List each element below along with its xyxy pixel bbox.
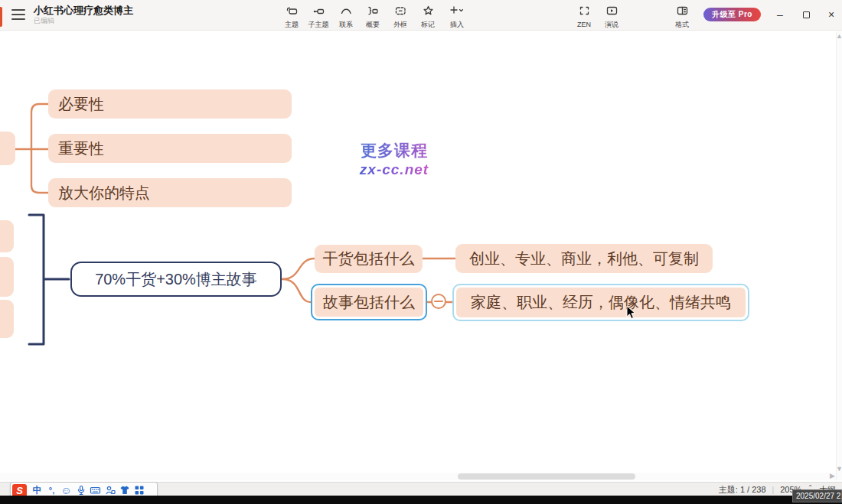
branch1-detail-node[interactable]: 创业、专业、商业，利他、可复制: [455, 244, 713, 273]
branch2-topic-text: 故事包括什么: [323, 292, 415, 313]
topic-text: 重要性: [58, 138, 104, 159]
statusbar-divider: |: [772, 486, 775, 494]
topic-icon: [286, 4, 299, 17]
topic-text: 放大你的特点: [58, 183, 150, 203]
vertical-scrollbar-track[interactable]: [836, 31, 842, 480]
branch2-detail-text: 家庭、职业、经历，偶像化、情绪共鸣: [471, 292, 731, 313]
document-title: 小红书心理疗愈类博主: [34, 5, 133, 16]
present-label: 演说: [605, 21, 618, 28]
branch1-topic-node[interactable]: 干货包括什么: [315, 245, 423, 273]
horizontal-scrollbar-track[interactable]: [0, 473, 836, 480]
topic-node[interactable]: 重要性: [48, 134, 292, 163]
date-tooltip: 2025/02/27 2: [792, 489, 842, 502]
subtopic-button[interactable]: 子主题: [305, 4, 332, 28]
format-button[interactable]: 格式: [668, 4, 696, 28]
summary-label: 概要: [366, 21, 380, 28]
document-meta: 小红书心理疗愈类博主 已编辑: [34, 5, 133, 25]
watermark-line2: zx-cc.net: [337, 161, 452, 178]
topic-label: 主题: [285, 21, 299, 28]
present-icon: [605, 4, 618, 17]
clipped-topic-stub[interactable]: [0, 220, 14, 252]
scroll-up-icon[interactable]: ▲: [836, 32, 842, 40]
topic-text: 必要性: [58, 94, 104, 115]
branch2-detail-node[interactable]: 家庭、职业、经历，偶像化、情绪共鸣: [452, 284, 749, 321]
boundary-icon: [394, 4, 407, 17]
mouse-cursor: [626, 305, 637, 320]
subtopic-icon: [312, 4, 325, 17]
insert-icon: [449, 4, 465, 17]
topic-count: 主题: 1 / 238: [719, 484, 766, 496]
collapse-toggle[interactable]: [432, 294, 445, 308]
insert-button[interactable]: 插入: [443, 4, 471, 28]
scroll-right-icon[interactable]: ▶: [830, 472, 835, 480]
upgrade-pro-button[interactable]: 升级至 Pro: [703, 8, 761, 21]
edge-accent: [0, 7, 2, 27]
document-status: 已编辑: [34, 16, 133, 25]
topic-node[interactable]: 必要性: [48, 89, 292, 119]
branch1-detail-text: 创业、专业、商业，利他、可复制: [469, 249, 699, 269]
minimize-button[interactable]: –: [769, 5, 791, 24]
watermark-line1: 更多课程: [337, 140, 452, 161]
marker-label: 标记: [421, 21, 435, 28]
relationship-button[interactable]: 联系: [332, 4, 360, 28]
boundary-label: 外框: [393, 21, 407, 28]
format-icon: [676, 4, 689, 17]
sogou-logo-icon[interactable]: S: [12, 484, 27, 497]
insert-label: 插入: [450, 21, 464, 28]
taskbar-edge: [0, 496, 842, 504]
branch2-topic-node[interactable]: 故事包括什么: [311, 284, 427, 320]
subtopic-label: 子主题: [308, 21, 329, 28]
maximize-button[interactable]: [795, 5, 817, 24]
title-bar: 小红书心理疗愈类博主 已编辑 主题 子主题 联系 概要: [0, 0, 842, 31]
format-label: 格式: [675, 21, 689, 28]
summary-icon: [366, 4, 380, 17]
maximize-icon: [803, 11, 810, 18]
zen-button[interactable]: ZEN: [570, 4, 598, 28]
watermark: 更多课程 zx-cc.net: [337, 140, 452, 178]
zen-label: ZEN: [577, 21, 591, 28]
branch1-topic-text: 干货包括什么: [323, 249, 415, 269]
marker-icon: [422, 4, 435, 17]
clipped-topic-stub[interactable]: [0, 300, 14, 338]
boundary-button[interactable]: 外框: [387, 4, 414, 28]
scroll-down-icon[interactable]: ▼: [836, 465, 842, 473]
relationship-label: 联系: [339, 21, 353, 28]
relationship-icon: [340, 4, 353, 17]
marker-button[interactable]: 标记: [414, 4, 442, 28]
topic-node[interactable]: 放大你的特点: [48, 178, 292, 207]
summary-button[interactable]: 概要: [359, 4, 387, 28]
topic-button[interactable]: 主题: [278, 4, 305, 28]
central-topic-node[interactable]: 70%干货+30%博主故事: [70, 262, 282, 297]
close-button[interactable]: ×: [821, 5, 842, 24]
xmind-window: 小红书心理疗愈类博主 已编辑 主题 子主题 联系 概要: [0, 0, 842, 504]
menu-icon[interactable]: [11, 9, 25, 20]
present-button[interactable]: 演说: [598, 4, 625, 28]
clipped-topic-stub[interactable]: [0, 257, 14, 297]
horizontal-scrollbar-thumb[interactable]: [458, 473, 635, 480]
clipped-topic-stub[interactable]: [0, 132, 15, 165]
zen-icon: [578, 4, 591, 17]
